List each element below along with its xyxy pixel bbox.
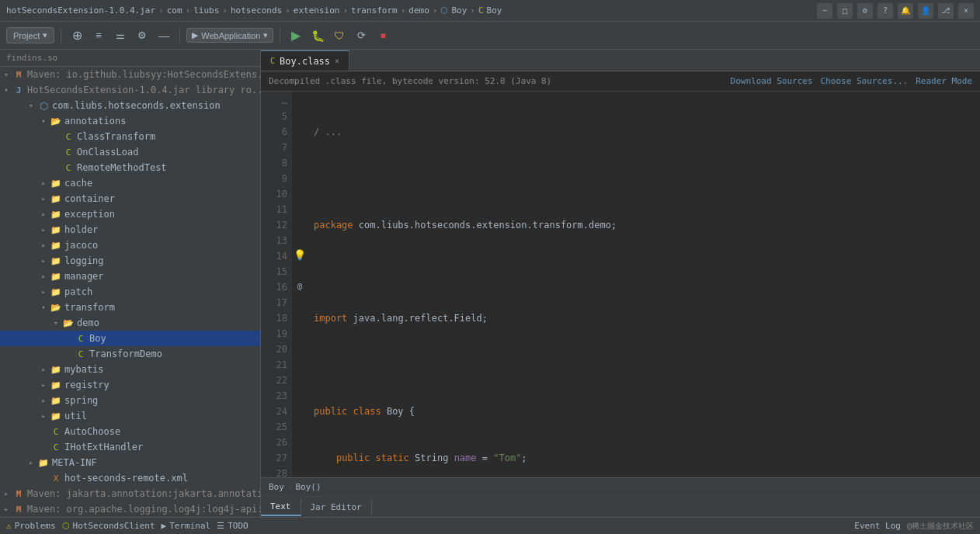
sidebar-item-jacoco[interactable]: ▸ 📁 jacoco — [0, 238, 260, 253]
tab-bar: C Boy.class × — [261, 50, 980, 71]
toolbar-separator3 — [280, 28, 280, 43]
run-button[interactable]: ▶ — [287, 26, 305, 45]
sidebar-item-holder[interactable]: ▸ 📁 holder — [0, 222, 260, 238]
run-icon: ▶ — [291, 28, 301, 43]
sidebar-item-meta-inf[interactable]: ▸ 📁 META-INF — [0, 455, 260, 470]
sidebar-item-transform[interactable]: ▾ 📂 transform — [0, 300, 260, 315]
tab-close-button[interactable]: × — [335, 57, 339, 65]
main-content: findins.so ▾ Maven: io.github.liubsyy:Ho… — [0, 50, 980, 517]
sidebar-item-annotations[interactable]: ▾ 📂 annotations — [0, 113, 260, 129]
tab-boy-class[interactable]: C Boy.class × — [261, 50, 349, 71]
folder-exception-icon: 📁 — [50, 208, 62, 220]
code-line-comment: / ... — [314, 124, 974, 140]
folder-patch-icon: 📁 — [50, 286, 62, 298]
sidebar-item-demo[interactable]: ▾ 📂 demo — [0, 315, 260, 331]
bottom-tab-text[interactable]: Text — [261, 498, 301, 516]
maximize-button[interactable]: □ — [837, 3, 853, 19]
folder-cache-icon: 📁 — [50, 177, 62, 189]
warning-icon: ⚠ — [6, 521, 12, 531]
bottom-tab-jar-editor[interactable]: Jar Editor — [301, 499, 372, 515]
code-line-7 — [314, 264, 974, 279]
code-content[interactable]: / ... package com.liubs.hotseconds.exten… — [308, 92, 980, 477]
sidebar-item-ihotexthandler[interactable]: C IHotExtHandler — [0, 439, 260, 455]
layout-button[interactable]: ⚌ — [111, 26, 130, 45]
sidebar-item-container[interactable]: ▸ 📁 container — [0, 191, 260, 206]
sidebar-item-onclassload[interactable]: C OnClassLoad — [0, 144, 260, 160]
project-button[interactable]: Project ▾ — [6, 27, 54, 43]
profile-icon[interactable]: 👤 — [918, 3, 933, 19]
sidebar-item-transformdemo[interactable]: C TransformDemo — [0, 346, 260, 362]
breadcrumb-constructor[interactable]: Boy() — [296, 482, 321, 492]
stop-button[interactable]: ■ — [374, 26, 392, 45]
folder-mybatis-icon: 📁 — [50, 363, 62, 376]
tab-class-icon: C — [270, 57, 275, 65]
commit-button[interactable]: ≡ — [89, 26, 108, 45]
sidebar-item-util[interactable]: ▸ 📁 util — [0, 408, 260, 424]
sidebar-item-mybatis[interactable]: ▸ 📁 mybatis — [0, 362, 260, 377]
webapp-selector[interactable]: ▶ WebApplication ▾ — [186, 28, 273, 43]
settings-button[interactable]: ⚙ — [133, 26, 151, 45]
code-line-8: import java.lang.reflect.Field; — [314, 310, 974, 326]
bulb-icon[interactable]: 💡 — [294, 249, 306, 261]
title-filename: hotSecondsExtension-1.0.4.jar — [6, 5, 155, 16]
event-log-button[interactable]: Event Log — [854, 521, 901, 531]
sidebar-item-jar-root[interactable]: ▾ HotSecondsExtension-1.0.4.jar library … — [0, 82, 260, 98]
download-sources-link[interactable]: Download Sources — [731, 76, 813, 86]
coverage-button[interactable]: 🛡 — [330, 26, 349, 45]
project-sidebar: findins.so ▾ Maven: io.github.liubsyy:Ho… — [0, 50, 261, 517]
toolbar-separator — [61, 28, 61, 43]
sidebar-item-cache[interactable]: ▸ 📁 cache — [0, 175, 260, 191]
reader-mode-button[interactable]: Reader Mode — [916, 76, 972, 86]
vcs-icon[interactable]: ⎇ — [938, 3, 954, 19]
sidebar-item-logging[interactable]: ▸ 📁 logging — [0, 253, 260, 269]
settings-icon[interactable]: ⚙ — [857, 3, 873, 19]
folder-logging-icon: 📁 — [50, 255, 62, 267]
sidebar-item-spring[interactable]: ▸ 📁 spring — [0, 393, 260, 408]
code-line-6: package com.liubs.hotseconds.extension.t… — [314, 217, 974, 233]
expand-arrow: ▾ — [25, 102, 37, 109]
sidebar-item-exception[interactable]: ▸ 📁 exception — [0, 206, 260, 222]
problems-button[interactable]: ⚠ Problems — [6, 521, 56, 531]
toolbar: Project ▾ ⊕ ≡ ⚌ ⚙ — ▶ WebApplication ▾ ▶… — [0, 22, 980, 50]
title-classname: Boy — [487, 5, 502, 16]
maven-log4j-icon — [12, 503, 25, 515]
terminal-button[interactable]: ▶ Terminal — [162, 521, 211, 531]
sidebar-item-patch[interactable]: ▸ 📁 patch — [0, 284, 260, 300]
breadcrumb-boy[interactable]: Boy — [269, 482, 284, 492]
code-line-5 — [314, 171, 974, 186]
help-icon[interactable]: ? — [877, 3, 893, 19]
hotsecondsClient-button[interactable]: ⬡ HotSecondsClient — [62, 521, 155, 531]
class-ihotexthandler-icon: C — [50, 441, 62, 453]
code-line-11: public static String name = "Tom"; — [314, 450, 974, 466]
sidebar-item-boy[interactable]: C Boy — [0, 331, 260, 346]
code-line-10: public class Boy { — [314, 404, 974, 419]
folder-manager-icon: 📁 — [50, 270, 62, 283]
todo-button[interactable]: ☰ TODO — [217, 521, 248, 531]
hotclient-icon: ⬡ — [62, 521, 70, 531]
sidebar-item-pkg-com[interactable]: ▾ com.liubs.hotseconds.extension — [0, 98, 260, 113]
sidebar-item-manager[interactable]: ▸ 📁 manager — [0, 269, 260, 284]
close-button[interactable]: × — [958, 3, 974, 19]
gutter: 💡 @ — [292, 92, 308, 477]
sidebar-item-maven-jakarta[interactable]: ▸ Maven: jakarta.annotation:jakarta.anno… — [0, 486, 260, 501]
notifications-icon[interactable]: 🔔 — [898, 3, 913, 19]
bottom-bar: Boy › Boy() Text Jar Editor — [261, 477, 980, 517]
expand-arrow: ▾ — [37, 117, 50, 125]
code-editor[interactable]: … 5 6 7 8 9 10 11 12 13 14 15 16 17 18 1… — [261, 92, 980, 477]
sidebar-item-maven-root[interactable]: ▾ Maven: io.github.liubsyy:HotSecondsExt… — [0, 67, 260, 82]
debug-button[interactable]: 🐛 — [308, 26, 327, 45]
minus-button[interactable]: — — [155, 26, 173, 45]
sidebar-item-autochoose[interactable]: C AutoChoose — [0, 424, 260, 439]
sidebar-item-maven-log4j[interactable]: ▸ Maven: org.apache.logging.log4j:log4j-… — [0, 501, 260, 517]
sidebar-item-registry[interactable]: ▸ 📁 registry — [0, 377, 260, 393]
minimize-button[interactable]: − — [817, 3, 832, 19]
decompile-info: Decompiled .class file, bytecode version… — [269, 76, 723, 86]
sidebar-item-remotemethodtest[interactable]: C RemoteMethodTest — [0, 160, 260, 175]
sidebar-item-hotsecondsremote[interactable]: X hot-seconds-remote.xml — [0, 470, 260, 486]
profile-run-button[interactable]: ⟳ — [352, 26, 370, 45]
sidebar-tree[interactable]: ▾ Maven: io.github.liubsyy:HotSecondsExt… — [0, 67, 260, 517]
choose-sources-link[interactable]: Choose Sources... — [821, 76, 909, 86]
sidebar-item-classtransform[interactable]: C ClassTransform — [0, 129, 260, 144]
add-module-button[interactable]: ⊕ — [68, 26, 86, 45]
class-autochoose-icon: C — [50, 425, 62, 438]
